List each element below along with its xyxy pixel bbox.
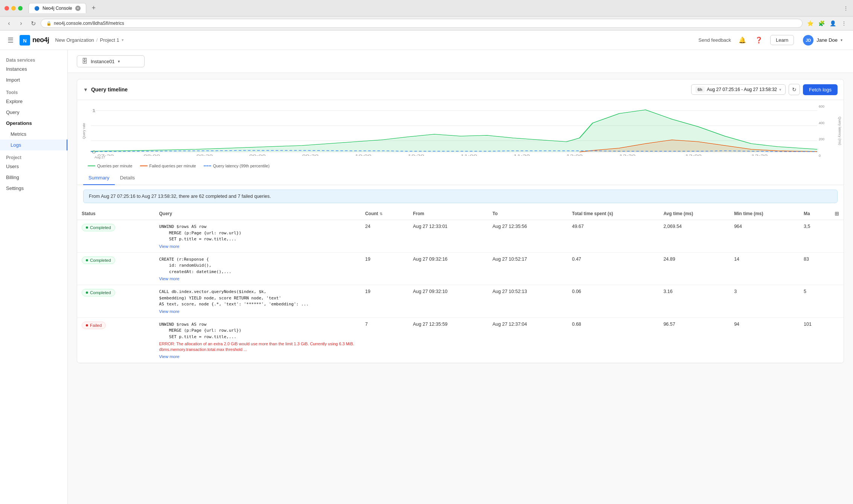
help-icon[interactable]: ❓ xyxy=(754,35,764,46)
query-cell: CALL db.index.vector.queryNodes($index, … xyxy=(155,285,361,318)
org-name[interactable]: New Organization xyxy=(55,37,94,43)
bookmark-btn[interactable]: ⭐ xyxy=(806,19,815,28)
status-text: Completed xyxy=(90,258,111,263)
y-right-200: 200 xyxy=(819,137,835,141)
query-cell: CREATE (r:Response { id: randomUuid(), c… xyxy=(155,252,361,285)
metrics-label: Metrics xyxy=(11,131,26,137)
browser-settings-btn[interactable]: ⋮ xyxy=(839,19,848,28)
col-query-label: Query xyxy=(159,211,172,216)
new-tab-btn[interactable]: + xyxy=(89,4,98,13)
svg-text:12:00: 12:00 xyxy=(566,154,583,156)
to-cell: Aug 27 12:37:04 xyxy=(488,317,567,363)
instances-label: Instances xyxy=(6,66,27,72)
sidebar-item-operations[interactable]: Operations xyxy=(0,118,67,129)
back-btn[interactable]: ‹ xyxy=(5,19,14,28)
content-area: 🗄 Instance01 ▾ ▼ Query timeline xyxy=(68,50,853,504)
table-header-row: Status Query Count ⇅ xyxy=(77,208,844,220)
to-cell: Aug 27 12:35:56 xyxy=(488,220,567,253)
project-name[interactable]: Project 1 xyxy=(100,37,119,43)
col-count-sort: Count ⇅ xyxy=(365,211,404,216)
timeline-title: Query timeline xyxy=(91,87,128,93)
svg-text:11:00: 11:00 xyxy=(461,154,477,156)
query-rate-label: Query rate xyxy=(82,123,86,139)
status-dot-icon xyxy=(86,291,88,294)
table-row: Completed CALL db.index.vector.queryNode… xyxy=(77,285,844,318)
fetch-logs-button[interactable]: Fetch logs xyxy=(803,84,838,95)
status-cell: Completed xyxy=(77,252,155,285)
window-minimize-btn[interactable] xyxy=(11,6,16,11)
row-extra-cell xyxy=(830,220,844,253)
user-menu[interactable]: JD Jane Doe ▾ xyxy=(800,33,845,47)
learn-button[interactable]: Learn xyxy=(770,35,794,45)
view-more-link[interactable]: View more xyxy=(159,244,356,249)
window-maximize-btn[interactable] xyxy=(18,6,23,11)
database-icon: 🗄 xyxy=(82,58,88,65)
user-avatar: JD xyxy=(803,35,813,46)
browser-menu-btn[interactable]: ⋮ xyxy=(843,5,848,11)
sidebar-item-import[interactable]: Import xyxy=(0,74,67,85)
svg-text:12:30: 12:30 xyxy=(619,154,636,156)
settings-label: Settings xyxy=(6,185,24,191)
total-time-cell: 49.67 xyxy=(567,220,659,253)
min-time-cell: 14 xyxy=(730,252,799,285)
window-close-btn[interactable] xyxy=(5,6,9,11)
view-more-link[interactable]: View more xyxy=(159,354,356,359)
breadcrumb-separator: / xyxy=(96,37,98,43)
avg-time-cell: 3.16 xyxy=(659,285,730,318)
view-more-link[interactable]: View more xyxy=(159,309,356,314)
profile-btn[interactable]: 👤 xyxy=(828,19,837,28)
legend-green-line xyxy=(88,165,95,166)
instance-selector[interactable]: 🗄 Instance01 ▾ xyxy=(77,55,145,67)
col-to: To xyxy=(488,208,567,220)
sidebar-item-metrics[interactable]: Metrics xyxy=(0,129,67,140)
col-min-time-label: Min time (ms) xyxy=(734,211,763,216)
project-chevron-icon[interactable]: ▾ xyxy=(122,38,124,43)
total-time-cell: 0.68 xyxy=(567,317,659,363)
tab-favicon: 🔵 xyxy=(34,6,40,11)
y-right-400: 400 xyxy=(819,121,835,125)
svg-text:10:00: 10:00 xyxy=(355,154,372,156)
col-count[interactable]: Count ⇅ xyxy=(361,208,408,220)
logo-text: neo4j xyxy=(32,36,49,44)
col-count-label: Count xyxy=(365,211,378,216)
status-cell: Completed xyxy=(77,220,155,253)
tab-details[interactable]: Details xyxy=(115,171,140,185)
status-cell: Failed xyxy=(77,317,155,363)
tab-summary[interactable]: Summary xyxy=(83,171,115,185)
summary-info-box: From Aug 27 07:25:16 to Aug 27 13:58:32,… xyxy=(83,190,838,203)
legend-queries-per-min: Queries per minute xyxy=(88,164,133,168)
status-dot-icon xyxy=(86,259,88,261)
sidebar-item-billing[interactable]: Billing xyxy=(0,172,67,183)
url-bar[interactable]: 🔒 neo4j.console.com/8dhaSfI/metrics xyxy=(41,19,803,28)
sidebar-item-query[interactable]: Query xyxy=(0,107,67,118)
sidebar-item-users[interactable]: Users xyxy=(0,161,67,172)
view-more-link[interactable]: View more xyxy=(159,276,356,281)
row-extra-cell xyxy=(830,317,844,363)
forward-btn[interactable]: › xyxy=(17,19,26,28)
sidebar-item-settings[interactable]: Settings xyxy=(0,183,67,194)
sidebar-item-logs[interactable]: Logs xyxy=(0,140,67,150)
timeline-title-row[interactable]: ▼ Query timeline xyxy=(83,87,128,93)
status-text: Completed xyxy=(90,290,111,295)
svg-text:13:30: 13:30 xyxy=(751,154,768,156)
hamburger-menu[interactable]: ☰ xyxy=(8,36,14,44)
status-dot-icon xyxy=(86,324,88,326)
reload-btn[interactable]: ↻ xyxy=(29,19,38,28)
browser-tab[interactable]: 🔵 Neo4j Console ✕ xyxy=(29,3,86,13)
time-range-selector[interactable]: 6h Aug 27 07:25:16 - Aug 27 13:58:32 ▾ xyxy=(691,84,786,95)
min-time-cell: 3 xyxy=(730,285,799,318)
sidebar-item-instances[interactable]: Instances xyxy=(0,64,67,74)
operations-label: Operations xyxy=(6,120,32,126)
notifications-icon[interactable]: 🔔 xyxy=(737,35,748,46)
table-layout-icon[interactable]: ⊞ xyxy=(835,211,839,217)
refresh-button[interactable]: ↻ xyxy=(789,84,800,95)
send-feedback-link[interactable]: Send feedback xyxy=(698,37,731,43)
tab-title: Neo4j Console xyxy=(43,6,72,11)
extensions-btn[interactable]: 🧩 xyxy=(817,19,826,28)
min-time-cell: 964 xyxy=(730,220,799,253)
user-name: Jane Doe xyxy=(816,37,838,43)
sidebar-item-explore[interactable]: Explore xyxy=(0,96,67,107)
y-axis-right: 600 400 200 0 xyxy=(817,103,836,159)
tab-close-btn[interactable]: ✕ xyxy=(75,6,81,11)
query-label: Query xyxy=(6,109,19,115)
